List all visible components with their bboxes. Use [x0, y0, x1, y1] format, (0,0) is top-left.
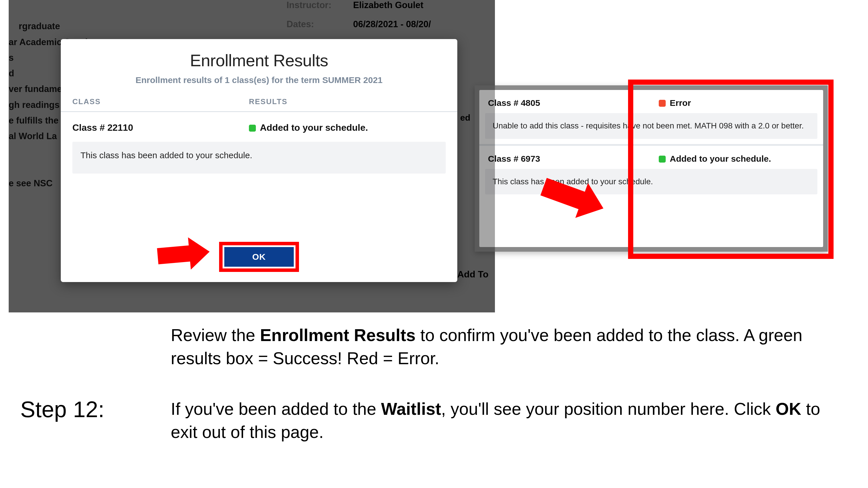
- instruction-paragraph-1: Review the Enrollment Results to confirm…: [171, 324, 819, 370]
- bg-add-to-fragment: Add To: [457, 269, 489, 280]
- modal-column-headers: CLASS RESULTS: [61, 85, 457, 112]
- result-row-error: Class # 4805 Error: [479, 90, 823, 113]
- bg-ed-fragment: ed: [460, 113, 470, 123]
- step-label: Step 12:: [20, 396, 104, 423]
- class-number: Class # 6973: [488, 154, 659, 164]
- status-cell: Added to your schedule.: [659, 154, 771, 164]
- error-icon: [659, 100, 666, 107]
- success-message: This class has been added to your schedu…: [485, 169, 817, 195]
- result-row-success: Class # 6973 Added to your schedule.: [479, 146, 823, 169]
- class-number: Class # 4805: [488, 98, 659, 108]
- right-screenshot: Class # 4805 Error Unable to add this cl…: [475, 85, 828, 252]
- col-header-class: CLASS: [72, 97, 249, 106]
- status-cell: Added to your schedule.: [249, 122, 368, 133]
- success-icon: [249, 125, 256, 132]
- left-screenshot: rgraduate ar Academic Session s d ver fu…: [9, 0, 495, 313]
- error-message: Unable to add this class - requisites ha…: [485, 113, 817, 139]
- col-header-results: RESULTS: [249, 97, 446, 106]
- status-text: Added to your schedule.: [260, 122, 368, 133]
- result-card: Class # 22110 Added to your schedule. Th…: [69, 112, 448, 173]
- ok-button[interactable]: OK: [224, 247, 294, 267]
- success-icon: [659, 156, 666, 163]
- status-cell: Error: [659, 98, 691, 108]
- instruction-paragraph-2: If you've been added to the Waitlist, yo…: [171, 398, 848, 444]
- modal-title: Enrollment Results: [61, 39, 457, 70]
- result-message: This class has been added to your schedu…: [72, 142, 446, 173]
- ok-highlight-box: OK: [219, 242, 299, 272]
- modal-subtitle: Enrollment results of 1 class(es) for th…: [61, 75, 457, 85]
- class-number: Class # 22110: [72, 122, 249, 133]
- status-text: Error: [670, 98, 691, 108]
- status-text: Added to your schedule.: [670, 154, 771, 163]
- enrollment-results-modal: Enrollment Results Enrollment results of…: [61, 39, 457, 282]
